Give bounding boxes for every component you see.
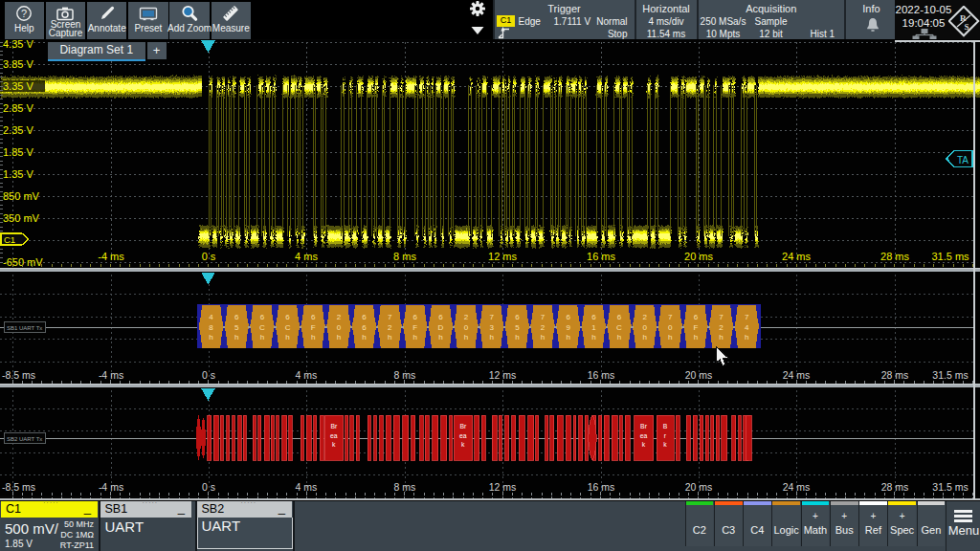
svg-text:-650 mV: -650 mV [3,256,43,268]
svg-text:0: 0 [642,323,647,332]
svg-text:-8.5 ms: -8.5 ms [2,369,35,381]
svg-text:-4 ms: -4 ms [99,369,123,381]
svg-text:2: 2 [337,313,342,321]
svg-text:6: 6 [413,313,418,321]
svg-text:C: C [616,323,622,332]
svg-text:h: h [566,333,569,342]
svg-text:28 ms: 28 ms [880,251,909,262]
svg-text:-4 ms: -4 ms [99,481,123,493]
svg-text:h: h [337,333,341,342]
svg-text:5: 5 [515,323,520,332]
svg-text:0 s: 0 s [202,369,215,381]
svg-text:4 ms: 4 ms [296,481,318,493]
svg-text:0 s: 0 s [202,481,215,493]
svg-text:8 ms: 8 ms [394,369,416,381]
svg-text:h: h [745,333,748,342]
svg-text:h: h [234,333,238,342]
svg-text:?: ? [21,8,27,19]
svg-text:Br: Br [640,423,648,430]
svg-text:16 ms: 16 ms [588,369,615,381]
svg-text:20 ms: 20 ms [685,481,713,493]
svg-text:12 ms: 12 ms [488,251,517,262]
svg-text:6: 6 [362,323,367,332]
svg-text:h: h [311,333,315,342]
svg-text:6: 6 [591,313,596,321]
svg-text:F: F [412,323,417,332]
svg-text:7: 7 [388,313,392,321]
svg-text:ea: ea [459,432,467,439]
svg-text:1: 1 [591,323,596,332]
svg-text:C: C [259,323,265,332]
svg-text:7: 7 [668,313,673,321]
svg-text:h: h [438,333,442,342]
svg-text:4 ms: 4 ms [295,251,318,262]
svg-text:7: 7 [745,313,749,321]
svg-text:0: 0 [464,323,469,332]
svg-text:SB1 UART Tx: SB1 UART Tx [7,325,42,331]
svg-text:Br: Br [330,423,338,430]
svg-text:31.5 ms: 31.5 ms [932,481,968,493]
svg-text:h: h [694,333,698,342]
svg-text:3.85 V: 3.85 V [3,58,33,70]
svg-text:ea: ea [330,432,338,439]
svg-text:h: h [541,333,545,342]
svg-text:2.35 V: 2.35 V [3,124,33,136]
svg-text:0 s: 0 s [202,251,216,262]
svg-text:h: h [285,333,289,342]
svg-text:16 ms: 16 ms [587,251,615,262]
svg-text:8 ms: 8 ms [393,251,416,262]
svg-text:16 ms: 16 ms [588,481,615,493]
svg-text:h: h [260,333,264,342]
svg-text:20 ms: 20 ms [684,251,713,262]
svg-text:28 ms: 28 ms [881,369,909,381]
svg-text:k: k [663,441,667,448]
svg-text:3: 3 [490,323,495,332]
svg-text:6: 6 [260,313,265,321]
svg-text:7: 7 [541,313,546,321]
svg-text:h: h [719,333,723,342]
svg-text:2: 2 [388,323,392,332]
svg-text:4.35 V: 4.35 V [3,39,33,50]
svg-text:31.5 ms: 31.5 ms [931,251,969,262]
svg-text:8: 8 [209,323,213,332]
svg-text:2: 2 [464,313,469,321]
svg-text:6: 6 [285,313,290,321]
svg-text:2.85 V: 2.85 V [3,102,33,114]
svg-text:F: F [311,323,316,332]
svg-text:h: h [362,333,366,342]
svg-text:S: S [965,22,969,32]
svg-text:7: 7 [490,313,495,321]
svg-text:6: 6 [311,313,316,321]
svg-text:8 ms: 8 ms [394,481,416,493]
svg-text:28 ms: 28 ms [881,481,909,493]
svg-text:B: B [663,423,668,430]
svg-text:h: h [515,333,519,342]
svg-text:h: h [642,333,646,342]
svg-text:k: k [332,441,336,448]
svg-text:0: 0 [668,323,673,332]
svg-text:k: k [461,441,465,448]
svg-text:1.85 V: 1.85 V [3,146,33,158]
svg-text:6: 6 [515,313,520,321]
svg-text:TA: TA [957,155,969,165]
svg-text:F: F [694,323,699,332]
svg-text:2: 2 [642,313,647,321]
svg-text:12 ms: 12 ms [489,481,517,493]
svg-text:-8.5 ms: -8.5 ms [2,481,35,493]
svg-text:h: h [464,333,468,342]
svg-text:C1: C1 [4,234,15,245]
svg-text:24 ms: 24 ms [783,481,811,493]
svg-text:350 mV: 350 mV [3,212,40,224]
svg-text:ea: ea [640,432,648,439]
svg-text:4: 4 [209,313,213,321]
svg-text:k: k [642,441,646,448]
svg-text:850 mV: 850 mV [3,190,40,202]
svg-text:h: h [591,333,595,342]
svg-text:2: 2 [541,323,546,332]
svg-text:6: 6 [362,313,367,321]
svg-text:9: 9 [566,323,570,332]
svg-text:7: 7 [719,313,724,321]
svg-text:4 ms: 4 ms [296,369,318,381]
svg-text:0: 0 [337,323,342,332]
svg-text:6: 6 [617,313,622,321]
